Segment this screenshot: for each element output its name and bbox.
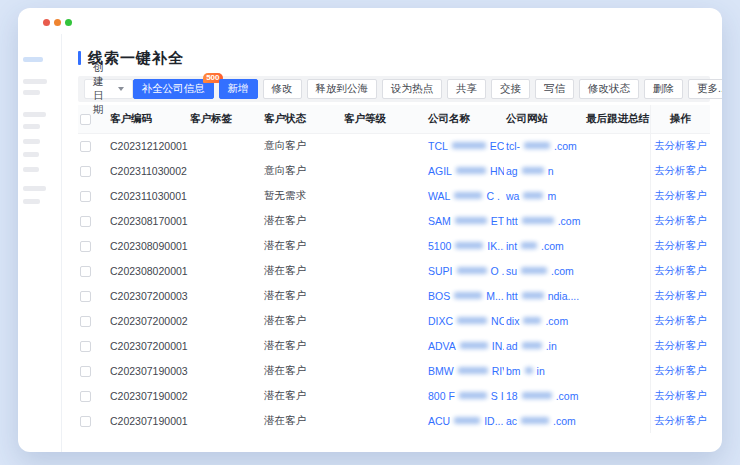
analyze-customer-link[interactable]: 去分析客户 xyxy=(654,214,707,226)
redacted-text-suffix: HN... xyxy=(490,165,504,177)
customer-tag-cell xyxy=(188,383,262,408)
row-checkbox[interactable] xyxy=(80,266,91,277)
company-website-cell: agn xyxy=(504,158,584,183)
analyze-customer-link[interactable]: 去分析客户 xyxy=(654,139,707,151)
company-website-cell: bmin xyxy=(504,358,584,383)
column-header: 最后跟进总结 xyxy=(584,105,650,133)
add-button[interactable]: 新增 xyxy=(219,79,258,99)
table-row: C202311030001暂无需求WALC .wam去分析客户 xyxy=(78,183,710,208)
toolbar-button[interactable]: 交接 xyxy=(491,79,530,99)
redacted-text-prefix: SUPI xyxy=(428,265,453,277)
row-checkbox-cell xyxy=(78,133,108,158)
row-checkbox[interactable] xyxy=(80,341,91,352)
title-accent-bar xyxy=(78,51,81,65)
analyze-customer-link[interactable]: 去分析客户 xyxy=(654,239,707,251)
followup-summary-cell xyxy=(584,308,650,333)
toolbar-button[interactable]: 写信 xyxy=(535,79,574,99)
minimize-button[interactable] xyxy=(54,19,61,26)
redacted-text-prefix: ac xyxy=(506,415,517,427)
redacted-text-suffix: ID... xyxy=(484,415,503,427)
row-checkbox[interactable] xyxy=(80,391,91,402)
redacted-text-prefix: AGIL xyxy=(428,165,452,177)
sidebar-item-placeholder xyxy=(23,199,40,204)
toolbar-button[interactable]: 修改 xyxy=(263,79,302,99)
customer-level-cell xyxy=(342,358,426,383)
customer-level-cell xyxy=(342,283,426,308)
customer-code-cell: C202308090001 xyxy=(108,233,188,258)
create-date-filter[interactable]: 创建日期 xyxy=(84,79,133,99)
analyze-customer-link[interactable]: 去分析客户 xyxy=(654,364,707,376)
company-website-cell: htt.com xyxy=(504,208,584,233)
company-name-cell: SUPIO ... xyxy=(426,258,504,283)
followup-summary-cell xyxy=(584,233,650,258)
customer-status-cell: 潜在客户 xyxy=(262,383,342,408)
followup-summary-cell xyxy=(584,383,650,408)
customer-status-cell: 潜在客户 xyxy=(262,208,342,233)
analyze-customer-link[interactable]: 去分析客户 xyxy=(654,264,707,276)
customer-level-cell xyxy=(342,383,426,408)
company-name-cell: 800 FS I... xyxy=(426,383,504,408)
customer-code-cell: C202311030002 xyxy=(108,158,188,183)
analyze-customer-link[interactable]: 去分析客户 xyxy=(654,164,707,176)
row-checkbox[interactable] xyxy=(80,191,91,202)
redacted-text-suffix: in xyxy=(537,365,545,377)
analyze-customer-link[interactable]: 去分析客户 xyxy=(654,339,707,351)
close-button[interactable] xyxy=(43,19,50,26)
action-cell: 去分析客户 xyxy=(650,358,710,383)
row-checkbox[interactable] xyxy=(80,366,91,377)
column-header: 公司网站 xyxy=(504,105,584,133)
toolbar-button[interactable]: 共享 xyxy=(447,79,486,99)
complete-company-info-button[interactable]: 补全公司信息500 xyxy=(133,79,214,99)
redacted-text-suffix: .com xyxy=(553,415,576,427)
redacted-text-suffix: ndia.... xyxy=(548,290,580,302)
column-header: 操作 xyxy=(650,105,710,133)
table-row: C202307200001潜在客户ADVAIN...ad.in去分析客户 xyxy=(78,333,710,358)
toolbar-button[interactable]: 设为热点 xyxy=(382,79,442,99)
redacted-blur xyxy=(452,142,486,149)
redacted-text-prefix: BOS xyxy=(428,290,450,302)
customer-level-cell xyxy=(342,208,426,233)
redacted-blur xyxy=(455,242,483,249)
zoom-button[interactable] xyxy=(65,19,72,26)
toolbar-button[interactable]: 修改状态 xyxy=(579,79,639,99)
redacted-text-prefix: tcl- xyxy=(506,140,520,152)
company-name-cell: BMWRIV... xyxy=(426,358,504,383)
more-button[interactable]: 更多... xyxy=(688,79,722,99)
redacted-text-prefix: int xyxy=(506,240,517,252)
row-checkbox[interactable] xyxy=(80,416,91,427)
customer-tag-cell xyxy=(188,333,262,358)
analyze-customer-link[interactable]: 去分析客户 xyxy=(654,289,707,301)
customer-tag-cell xyxy=(188,208,262,233)
main-content: 线索一键补全 创建日期 补全公司信息500新增修改释放到公海设为热点共享交接写信… xyxy=(62,34,722,452)
row-checkbox[interactable] xyxy=(80,241,91,252)
redacted-text-suffix: IN... xyxy=(492,340,504,352)
redacted-text-suffix: NO... xyxy=(491,315,504,327)
row-checkbox[interactable] xyxy=(80,166,91,177)
customer-code-cell: C202312120001 xyxy=(108,133,188,158)
sidebar-item-placeholder xyxy=(23,167,39,172)
redacted-text-prefix: bm xyxy=(506,365,521,377)
followup-summary-cell xyxy=(584,283,650,308)
company-name-cell: DIXCNO... xyxy=(426,308,504,333)
table-row: C202311030002意向客户AGILHN...agn去分析客户 xyxy=(78,158,710,183)
customer-tag-cell xyxy=(188,183,262,208)
toolbar-button[interactable]: 释放到公海 xyxy=(307,79,378,99)
redacted-text-prefix: 18 xyxy=(506,390,518,402)
row-checkbox-cell xyxy=(78,383,108,408)
row-checkbox-cell xyxy=(78,308,108,333)
analyze-customer-link[interactable]: 去分析客户 xyxy=(654,414,707,426)
row-checkbox[interactable] xyxy=(80,291,91,302)
row-checkbox[interactable] xyxy=(80,141,91,152)
customer-tag-cell xyxy=(188,408,262,433)
row-checkbox[interactable] xyxy=(80,216,91,227)
analyze-customer-link[interactable]: 去分析客户 xyxy=(654,389,707,401)
table-row: C202308090001潜在客户5100IK...int.com去分析客户 xyxy=(78,233,710,258)
analyze-customer-link[interactable]: 去分析客户 xyxy=(654,189,707,201)
select-all-checkbox[interactable] xyxy=(80,114,91,125)
analyze-customer-link[interactable]: 去分析客户 xyxy=(654,314,707,326)
chevron-down-icon xyxy=(118,87,124,91)
row-checkbox[interactable] xyxy=(80,316,91,327)
company-name-cell: TCLEC... xyxy=(426,133,504,158)
toolbar-button[interactable]: 删除 xyxy=(644,79,683,99)
redacted-blur xyxy=(460,342,488,349)
